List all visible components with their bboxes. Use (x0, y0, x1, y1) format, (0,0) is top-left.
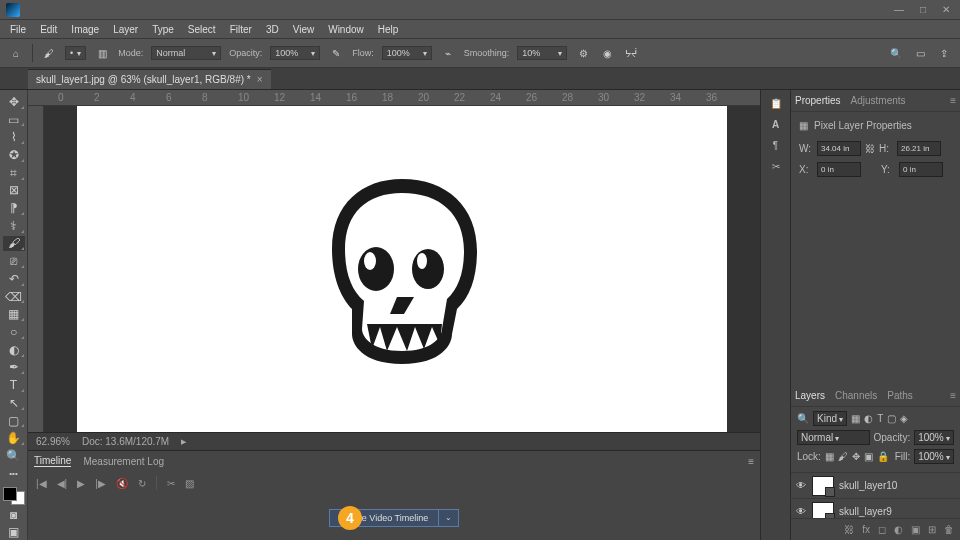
layer-opacity[interactable]: 100% ▾ (914, 430, 954, 445)
canvas[interactable] (77, 106, 727, 432)
menu-help[interactable]: Help (372, 22, 405, 37)
tab-measurement-log[interactable]: Measurement Log (83, 456, 164, 467)
lock-pixels-icon[interactable]: 🖌 (838, 451, 848, 462)
pressure-opacity-icon[interactable]: ✎ (328, 45, 344, 61)
quick-select-tool[interactable]: ✪ (3, 147, 25, 163)
gradient-tool[interactable]: ▦ (3, 306, 25, 322)
menu-edit[interactable]: Edit (34, 22, 63, 37)
type-tool[interactable]: T (3, 377, 25, 393)
x-input[interactable] (817, 162, 861, 177)
zoom-level[interactable]: 62.96% (36, 436, 70, 447)
dodge-tool[interactable]: ◐ (3, 342, 25, 358)
brush-size-dropdown[interactable]: • (65, 46, 86, 60)
marquee-tool[interactable]: ▭ (3, 112, 25, 128)
brush-panel-icon[interactable]: ▥ (94, 45, 110, 61)
menu-filter[interactable]: Filter (224, 22, 258, 37)
layer-thumbnail[interactable] (812, 476, 834, 496)
eyedropper-tool[interactable]: ⁋ (3, 200, 25, 216)
timeline-type-dropdown[interactable]: ⌄ (439, 509, 459, 527)
play-icon[interactable]: ▶ (77, 478, 85, 489)
panel-menu-icon[interactable]: ≡ (748, 456, 754, 467)
adjustment-layer-icon[interactable]: ◐ (894, 524, 903, 535)
history-brush-tool[interactable]: ↶ (3, 271, 25, 287)
audio-icon[interactable]: 🔇 (116, 478, 128, 489)
crop-tool[interactable]: ⌗ (3, 165, 25, 181)
filter-shape-icon[interactable]: ▢ (887, 413, 896, 424)
split-icon[interactable]: ✂ (167, 478, 175, 489)
menu-3d[interactable]: 3D (260, 22, 285, 37)
healing-tool[interactable]: ⚕ (3, 218, 25, 234)
quickmask-tool[interactable]: ◙ (3, 507, 25, 523)
close-button[interactable]: ✕ (938, 4, 954, 15)
layer-thumbnail[interactable] (812, 502, 834, 519)
minimize-button[interactable]: — (890, 4, 908, 15)
tab-layers[interactable]: Layers (795, 390, 825, 401)
swatches-icon[interactable]: ✂ (772, 161, 780, 172)
layer-group-icon[interactable]: ▣ (911, 524, 920, 535)
layer-style-icon[interactable]: fx (862, 524, 870, 535)
smoothing-options-icon[interactable]: ⚙ (575, 45, 591, 61)
workspace-icon[interactable]: ▭ (912, 45, 928, 61)
layer-row[interactable]: 👁skull_layer9 (791, 499, 960, 518)
y-input[interactable] (899, 162, 943, 177)
menu-view[interactable]: View (287, 22, 321, 37)
eraser-tool[interactable]: ⌫ (3, 289, 25, 305)
menu-window[interactable]: Window (322, 22, 370, 37)
color-swatches[interactable] (3, 487, 25, 504)
search-icon[interactable]: 🔍 (888, 45, 904, 61)
path-select-tool[interactable]: ↖ (3, 395, 25, 411)
move-tool[interactable]: ✥ (3, 94, 25, 110)
symmetry-icon[interactable]: ᔭᔫ (623, 45, 639, 61)
layer-filter-kind[interactable]: Kind ▾ (813, 411, 847, 426)
menu-type[interactable]: Type (146, 22, 180, 37)
document-tab[interactable]: skull_layer1.jpg @ 63% (skull_layer1, RG… (28, 69, 271, 89)
maximize-button[interactable]: □ (916, 4, 930, 15)
prev-frame-icon[interactable]: ◀| (57, 478, 68, 489)
lock-position-icon[interactable]: ✥ (852, 451, 860, 462)
link-icon[interactable]: ⛓ (865, 143, 875, 154)
tab-channels[interactable]: Channels (835, 390, 877, 401)
transition-icon[interactable]: ▨ (185, 478, 194, 489)
next-frame-icon[interactable]: |▶ (95, 478, 106, 489)
tab-properties[interactable]: Properties (795, 95, 841, 106)
hand-tool[interactable]: ✋ (3, 430, 25, 446)
lock-all-icon[interactable]: 🔒 (877, 451, 889, 462)
character-icon[interactable]: A (772, 119, 779, 130)
screenmode-tool[interactable]: ▣ (3, 524, 25, 540)
pen-tool[interactable]: ✒ (3, 360, 25, 376)
opacity-dropdown[interactable]: 100% (270, 46, 320, 60)
menu-select[interactable]: Select (182, 22, 222, 37)
close-tab-icon[interactable]: × (257, 74, 263, 85)
lock-transparency-icon[interactable]: ▦ (825, 451, 834, 462)
blend-mode-dropdown[interactable]: Normal (151, 46, 221, 60)
layer-mask-icon[interactable]: ◻ (878, 524, 886, 535)
menu-file[interactable]: File (4, 22, 32, 37)
doc-size[interactable]: Doc: 13.6M/120.7M (82, 436, 169, 447)
layer-fill[interactable]: 100% ▾ (914, 449, 954, 464)
edit-toolbar[interactable]: ••• (3, 466, 25, 482)
shape-tool[interactable]: ▢ (3, 413, 25, 429)
layer-row[interactable]: 👁skull_layer10 (791, 473, 960, 499)
history-icon[interactable]: 📋 (770, 98, 782, 109)
width-input[interactable] (817, 141, 861, 156)
menu-image[interactable]: Image (65, 22, 105, 37)
delete-layer-icon[interactable]: 🗑 (944, 524, 954, 535)
first-frame-icon[interactable]: |◀ (36, 478, 47, 489)
lasso-tool[interactable]: ⌇ (3, 129, 25, 145)
flow-dropdown[interactable]: 100% (382, 46, 432, 60)
filter-pixel-icon[interactable]: ▦ (851, 413, 860, 424)
brush-tool[interactable]: 🖌 (3, 236, 25, 252)
filter-type-icon[interactable]: T (877, 413, 883, 424)
filter-adjust-icon[interactable]: ◐ (864, 413, 873, 424)
smoothing-dropdown[interactable]: 10% (517, 46, 567, 60)
visibility-icon[interactable]: 👁 (795, 480, 807, 491)
tab-timeline[interactable]: Timeline (34, 455, 71, 467)
visibility-icon[interactable]: 👁 (795, 506, 807, 517)
height-input[interactable] (897, 141, 941, 156)
home-icon[interactable]: ⌂ (8, 45, 24, 61)
layer-blend-mode[interactable]: Normal ▾ (797, 430, 870, 445)
loop-icon[interactable]: ↻ (138, 478, 146, 489)
tab-adjustments[interactable]: Adjustments (851, 95, 906, 106)
zoom-tool[interactable]: 🔍 (3, 448, 25, 464)
tab-paths[interactable]: Paths (887, 390, 913, 401)
